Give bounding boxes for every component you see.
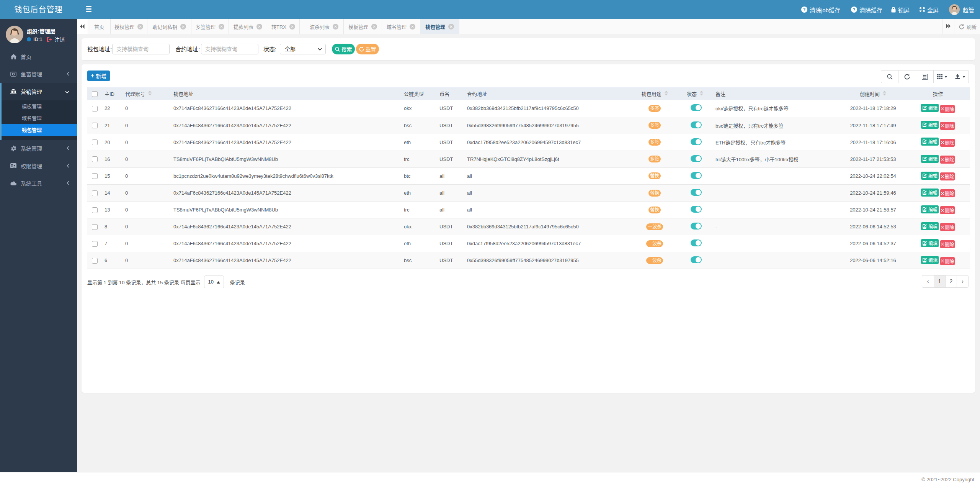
svg-text:?: ? <box>803 7 806 12</box>
svg-text:?: ? <box>853 7 856 12</box>
